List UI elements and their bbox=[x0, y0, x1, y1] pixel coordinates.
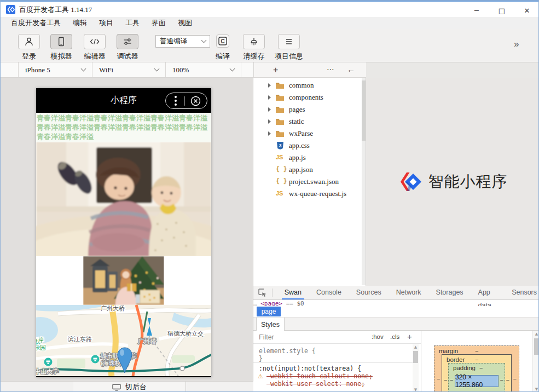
toolbar: 登录 模拟器 编辑器 调试器 普通编译 bbox=[1, 29, 538, 62]
padding-left-value[interactable]: − bbox=[450, 377, 453, 383]
css-prop-user-select[interactable]: -webkit-user-select: none; bbox=[266, 380, 365, 388]
debugger-button[interactable] bbox=[117, 34, 138, 49]
dom-tag[interactable]: <page> bbox=[260, 300, 282, 306]
menu-bar: 百度开发者工具 编辑 项目 工具 界面 视图 bbox=[1, 17, 538, 29]
project-info-button[interactable] bbox=[278, 34, 300, 49]
menu-lines-icon bbox=[283, 36, 294, 47]
tree-folder-components[interactable]: components bbox=[253, 91, 362, 103]
padding-right-value[interactable]: − bbox=[500, 377, 503, 383]
tree-file-wx-queue-request-js[interactable]: JS wx-queue-request.js bbox=[253, 188, 362, 200]
clear-cache-button[interactable] bbox=[243, 34, 265, 49]
scroll-up-icon[interactable]: ▲ bbox=[413, 345, 419, 349]
editor-button[interactable] bbox=[84, 34, 106, 49]
box-model-border[interactable]: border − − − padding − − − 320 × 1255.86… bbox=[442, 354, 512, 392]
tab-console[interactable]: Console bbox=[314, 286, 344, 299]
map-label-park-1: 海岸 bbox=[36, 337, 44, 343]
tab-app-data[interactable]: App data bbox=[476, 286, 500, 299]
tab-storages[interactable]: Storages bbox=[433, 286, 466, 299]
element-style-rule-open[interactable]: element.style { bbox=[259, 347, 316, 355]
switch-background-button[interactable]: 切后台 bbox=[73, 382, 186, 392]
toggle-hover-state[interactable]: :hov bbox=[372, 333, 384, 340]
margin-top-value[interactable]: − bbox=[475, 348, 478, 354]
inspect-element-button[interactable] bbox=[253, 286, 272, 299]
styles-filter-input[interactable] bbox=[259, 332, 341, 342]
compile-button[interactable]: C bbox=[216, 34, 229, 48]
css-selector-rule[interactable]: :not(input):not(textarea) { bbox=[259, 365, 361, 372]
collapse-panel-button[interactable]: ← bbox=[347, 65, 355, 74]
toolbar-overflow-button[interactable]: » bbox=[514, 39, 519, 50]
tab-sensors[interactable]: Sensors bbox=[509, 286, 539, 299]
file-tree-scrollbar[interactable] bbox=[362, 78, 366, 285]
scroll-down-icon[interactable]: ▼ bbox=[413, 388, 419, 392]
chevron-right-icon[interactable] bbox=[268, 131, 271, 136]
menu-view[interactable]: 视图 bbox=[172, 17, 198, 29]
border-right-value[interactable]: − bbox=[506, 377, 509, 383]
tab-sources[interactable]: Sources bbox=[353, 286, 384, 299]
device-bar-corner bbox=[1, 62, 19, 77]
toggle-class[interactable]: .cls bbox=[390, 333, 399, 340]
margin-left-value[interactable]: − bbox=[437, 376, 440, 382]
dom-selected-hint: == $0 bbox=[286, 300, 304, 306]
network-value: WiFi bbox=[99, 66, 113, 74]
chevron-right-icon[interactable] bbox=[268, 107, 271, 112]
tree-folder-wxparse[interactable]: wxParse bbox=[253, 128, 362, 140]
compile-mode-select[interactable]: 普通编译 bbox=[155, 35, 210, 48]
menu-project[interactable]: 项目 bbox=[93, 17, 119, 29]
tree-folder-static[interactable]: static bbox=[253, 116, 362, 128]
tab-styles[interactable]: Styles bbox=[256, 318, 285, 331]
map-label-bridge: 广州大桥 bbox=[101, 305, 125, 312]
close-circle-icon[interactable] bbox=[190, 96, 201, 106]
css-prop-touch-callout[interactable]: -webkit-touch-callout: none; bbox=[266, 372, 373, 380]
padding-top-value[interactable]: − bbox=[479, 365, 483, 371]
chevron-right-icon[interactable] bbox=[268, 95, 271, 100]
folder-icon bbox=[275, 130, 285, 137]
tree-file-project-swan-json[interactable]: { } project.swan.json bbox=[253, 176, 362, 188]
tree-folder-common[interactable]: common bbox=[253, 79, 362, 91]
tree-more-button[interactable]: ⋯ bbox=[327, 65, 335, 73]
styles-scrollbar[interactable]: ▲ ▼ bbox=[413, 344, 419, 392]
box-model-scrollbar[interactable]: ▲ ▼ bbox=[532, 331, 539, 392]
box-model-margin[interactable]: margin − − − border − − − padding − − − … bbox=[434, 345, 519, 392]
scrollbar-thumb[interactable] bbox=[362, 80, 366, 141]
warning-icon: ⚠ bbox=[258, 373, 263, 380]
border-left-value[interactable]: − bbox=[444, 377, 447, 383]
chevron-right-icon[interactable] bbox=[268, 83, 271, 88]
simulator-button[interactable] bbox=[50, 34, 72, 49]
minimize-button[interactable]: ─ bbox=[464, 3, 489, 18]
bottom-bar-divider bbox=[186, 382, 186, 392]
add-file-button[interactable]: + bbox=[273, 65, 278, 75]
tree-file-app-json[interactable]: { } app.json bbox=[253, 164, 362, 176]
border-top-value[interactable]: − bbox=[475, 356, 478, 363]
more-menu-button[interactable] bbox=[175, 95, 177, 107]
device-select[interactable]: iPhone 5 bbox=[19, 62, 92, 77]
menu-app[interactable]: 百度开发者工具 bbox=[5, 17, 67, 29]
menu-interface[interactable]: 界面 bbox=[146, 17, 172, 29]
login-button[interactable] bbox=[18, 34, 40, 49]
margin-right-value[interactable]: − bbox=[513, 376, 517, 382]
tree-folder-pages[interactable]: pages bbox=[253, 103, 362, 116]
box-model-content[interactable]: 320 × 1255.860 bbox=[455, 375, 499, 387]
zoom-select[interactable]: 100% bbox=[166, 62, 241, 77]
menu-edit[interactable]: 编辑 bbox=[67, 17, 93, 29]
devtools-tab-bar: Swan Console Sources Network Storages Ap… bbox=[253, 286, 539, 300]
breadcrumb-page-chip[interactable]: page bbox=[257, 307, 281, 316]
compile-icon: C bbox=[217, 36, 228, 47]
scrollbar-thumb[interactable] bbox=[534, 338, 539, 355]
scroll-up-icon[interactable]: ▲ bbox=[534, 332, 539, 336]
tab-network[interactable]: Network bbox=[393, 286, 424, 299]
js-file-icon: JS bbox=[276, 154, 283, 160]
close-button[interactable]: ✕ bbox=[514, 3, 539, 18]
menu-tools[interactable]: 工具 bbox=[119, 17, 146, 29]
scrollbar-thumb[interactable] bbox=[413, 351, 418, 363]
chevron-right-icon[interactable] bbox=[268, 119, 271, 124]
network-select[interactable]: WiFi bbox=[92, 62, 166, 77]
dom-tree-line[interactable]: … <page> == $0 bbox=[253, 300, 539, 306]
tab-swan[interactable]: Swan bbox=[282, 286, 304, 299]
scroll-down-icon[interactable]: ▼ bbox=[534, 387, 539, 391]
maximize-button[interactable]: □ bbox=[489, 3, 514, 18]
map-view[interactable]: 广州大桥 猎德大桥立交 广州塔 滨江东路 城市职业学院 (海珠校区) 中山大学 … bbox=[36, 305, 211, 376]
tree-file-app-css[interactable]: 3 app.css bbox=[253, 140, 362, 152]
new-style-rule-button[interactable]: + bbox=[407, 332, 412, 341]
tree-file-app-js[interactable]: JS app.js bbox=[253, 152, 362, 164]
box-model-padding[interactable]: padding − − − 320 × 1255.860 bbox=[448, 363, 505, 392]
